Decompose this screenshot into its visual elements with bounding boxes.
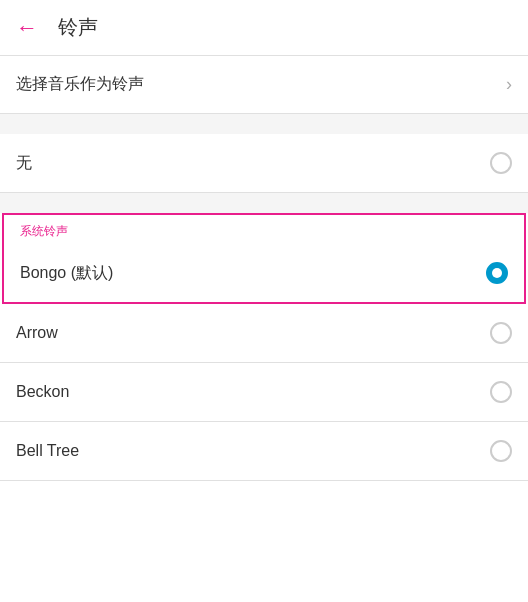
beckon-label: Beckon <box>16 383 69 401</box>
bongo-label: Bongo (默认) <box>20 263 113 284</box>
none-label: 无 <box>16 153 32 174</box>
bell-tree-label: Bell Tree <box>16 442 79 460</box>
none-item[interactable]: 无 <box>0 134 528 193</box>
select-music-item[interactable]: 选择音乐作为铃声 › <box>0 56 528 114</box>
gap-1 <box>0 114 528 134</box>
chevron-right-icon: › <box>506 74 512 95</box>
gap-2 <box>0 193 528 213</box>
bongo-radio[interactable] <box>486 262 508 284</box>
none-radio[interactable] <box>490 152 512 174</box>
bell-tree-radio[interactable] <box>490 440 512 462</box>
back-icon[interactable]: ← <box>16 15 38 41</box>
arrow-label: Arrow <box>16 324 58 342</box>
beckon-item[interactable]: Beckon <box>0 363 528 422</box>
arrow-radio[interactable] <box>490 322 512 344</box>
select-music-label: 选择音乐作为铃声 <box>16 74 144 95</box>
header: ← 铃声 <box>0 0 528 56</box>
arrow-item[interactable]: Arrow <box>0 304 528 363</box>
system-ringtones-label: 系统铃声 <box>4 215 524 244</box>
page-title: 铃声 <box>58 14 98 41</box>
system-ringtones-section: 系统铃声 Bongo (默认) <box>2 213 526 304</box>
bell-tree-item[interactable]: Bell Tree <box>0 422 528 481</box>
bongo-item[interactable]: Bongo (默认) <box>4 244 524 302</box>
beckon-radio[interactable] <box>490 381 512 403</box>
